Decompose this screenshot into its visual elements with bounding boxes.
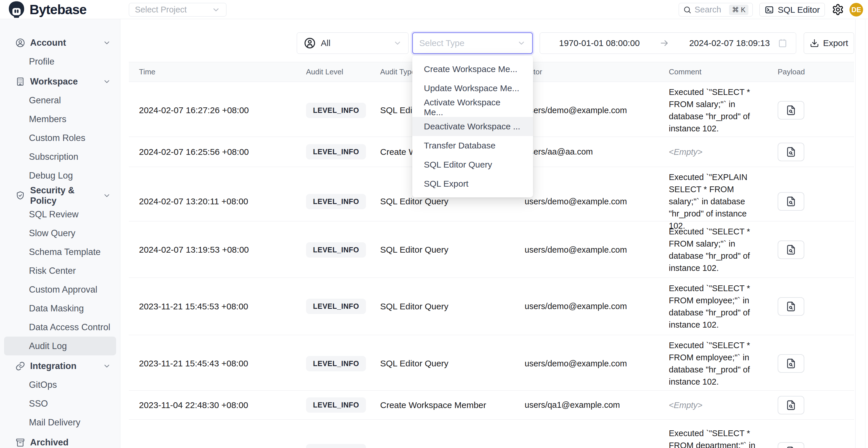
sidebar-item-security-policy[interactable]: Security & Policy xyxy=(4,186,116,205)
sidebar-item-label: Archived xyxy=(30,437,69,448)
sidebar-item-profile[interactable]: Profile xyxy=(4,52,116,71)
cell-time: 2024-02-07 16:27:26 +08:00 xyxy=(129,105,306,115)
table-row: 2024-02-07 13:19:53 +08:00 LEVEL_INFO SQ… xyxy=(129,221,854,278)
column-header-time: Time xyxy=(129,67,306,76)
chevron-down-icon xyxy=(103,39,111,47)
payload-view-button[interactable] xyxy=(778,297,804,316)
cell-comment: Executed `"SELECT * FROM salary;"` in da… xyxy=(669,221,765,278)
sidebar-item-members[interactable]: Members xyxy=(4,110,116,128)
audit-level-badge: LEVEL_INFO xyxy=(306,397,366,413)
cell-comment: <Empty> xyxy=(669,395,765,415)
sidebar-item-risk-center[interactable]: Risk Center xyxy=(4,261,116,280)
menu-item-sql-export[interactable]: SQL Export xyxy=(412,174,533,193)
search-input[interactable]: Search ⌘ K xyxy=(679,3,753,17)
sidebar-item-integration[interactable]: Integration xyxy=(4,357,116,375)
audit-level-badge: LEVEL_INFO xyxy=(306,194,366,209)
export-button[interactable]: Export xyxy=(804,32,854,54)
sidebar-item-label: Workspace xyxy=(30,76,78,87)
date-from-value[interactable]: 1970-01-01 08:00:00 xyxy=(559,38,640,48)
shield-check-icon xyxy=(15,190,26,201)
sidebar-item-data-masking[interactable]: Data Masking xyxy=(4,299,116,318)
audit-type-dropdown-menu: Create Workspace Me... Update Workspace … xyxy=(412,56,533,197)
menu-item-create-workspace-member[interactable]: Create Workspace Me... xyxy=(412,60,533,79)
scrollbar-track[interactable] xyxy=(865,19,865,448)
type-filter-placeholder: Select Type xyxy=(419,38,517,48)
cell-time: 2023-11-21 15:45:53 +08:00 xyxy=(129,301,306,311)
cell-time: 2024-02-07 13:19:53 +08:00 xyxy=(129,245,306,255)
chevron-down-icon xyxy=(103,77,111,86)
sidebar-item-data-access-control[interactable]: Data Access Control xyxy=(4,318,116,337)
payload-view-button[interactable] xyxy=(778,143,804,161)
sidebar-item-slow-query[interactable]: Slow Query xyxy=(4,224,116,243)
sidebar-nav: Account Profile Workspace General Member… xyxy=(0,19,120,448)
sidebar-item-schema-template[interactable]: Schema Template xyxy=(4,243,116,261)
export-label: Export xyxy=(823,38,848,48)
menu-item-sql-editor-query[interactable]: SQL Editor Query xyxy=(412,155,533,174)
main-content: All Select Type 1970-01-01 08:00:00 2024… xyxy=(120,19,868,448)
download-icon xyxy=(810,38,819,48)
menu-item-activate-workspace-member[interactable]: Activate Workspace Me... xyxy=(412,98,533,117)
actor-filter-select[interactable]: All xyxy=(297,32,408,54)
menu-item-transfer-database[interactable]: Transfer Database xyxy=(412,136,533,155)
sidebar-item-label: Account xyxy=(30,38,66,48)
date-range-picker[interactable]: 1970-01-01 08:00:00 2024-02-07 18:09:13 xyxy=(540,32,796,54)
chevron-down-icon xyxy=(212,5,220,14)
sidebar-item-account[interactable]: Account xyxy=(4,33,116,52)
cell-comment: Executed `"SELECT * FROM department;"` i… xyxy=(669,423,765,448)
payload-view-button[interactable] xyxy=(778,354,804,373)
sidebar-item-audit-log[interactable]: Audit Log xyxy=(4,337,116,355)
payload-view-button[interactable] xyxy=(778,241,804,259)
table-row: 2023-11-21 15:45:53 +08:00 LEVEL_INFO SQ… xyxy=(129,278,854,335)
actor-filter-value: All xyxy=(321,38,389,48)
type-filter-select[interactable]: Select Type xyxy=(412,32,533,54)
sidebar-item-custom-approval[interactable]: Custom Approval xyxy=(4,280,116,299)
cell-time: 2023-11-04 21:26:34 +08:00 xyxy=(129,447,306,448)
bytebase-logo-icon xyxy=(7,1,26,19)
sidebar-item-custom-roles[interactable]: Custom Roles xyxy=(4,128,116,147)
sidebar-item-gitops[interactable]: GitOps xyxy=(4,375,116,394)
sidebar-item-sql-review[interactable]: SQL Review xyxy=(4,205,116,224)
settings-gear-icon[interactable] xyxy=(832,3,844,16)
cell-actor: users/qa1@example.com xyxy=(525,400,669,410)
sql-editor-button[interactable]: SQL Editor xyxy=(760,3,825,17)
building-icon xyxy=(15,76,26,87)
column-header-actor: Actor xyxy=(525,67,669,76)
audit-level-badge: LEVEL_INFO xyxy=(306,356,366,371)
bytebase-logo[interactable]: Bytebase xyxy=(7,0,87,19)
cell-comment: Executed `"SELECT * FROM salary;"` in da… xyxy=(669,82,765,139)
sidebar-item-archived[interactable]: Archived xyxy=(4,433,116,448)
cell-comment: Executed `"SELECT * FROM employee;"` in … xyxy=(669,278,765,335)
archive-icon xyxy=(15,437,26,448)
cell-actor: users/demo@example.com xyxy=(525,197,669,206)
menu-item-update-workspace-member[interactable]: Update Workspace Me... xyxy=(412,79,533,98)
sidebar-item-mail-delivery[interactable]: Mail Delivery xyxy=(4,413,116,432)
menu-item-deactivate-workspace-member[interactable]: Deactivate Workspace ... xyxy=(412,117,533,136)
sidebar-item-subscription[interactable]: Subscription xyxy=(4,147,116,166)
chevron-down-icon xyxy=(517,39,526,47)
cell-actor: users/demo@example.com xyxy=(525,245,669,255)
user-avatar[interactable]: DE xyxy=(849,3,863,17)
cell-actor: users/demo@example.com xyxy=(525,447,669,448)
payload-view-button[interactable] xyxy=(778,192,804,211)
payload-view-button[interactable] xyxy=(778,442,804,448)
content-right-divider xyxy=(855,19,856,448)
cell-audit-type: SQL Editor Query xyxy=(380,196,525,206)
search-placeholder: Search xyxy=(694,5,726,14)
cell-time: 2024-02-07 13:20:11 +08:00 xyxy=(129,196,306,206)
sidebar-item-workspace[interactable]: Workspace xyxy=(4,72,116,91)
cell-audit-type: SQL Editor Query xyxy=(380,447,525,448)
cell-actor: users/demo@example.com xyxy=(525,359,669,369)
cell-audit-type: SQL Editor Query xyxy=(380,245,525,255)
payload-view-button[interactable] xyxy=(778,101,804,120)
sidebar-item-sso[interactable]: SSO xyxy=(4,394,116,413)
arrow-right-icon xyxy=(640,38,689,48)
cell-comment: <Empty> xyxy=(669,142,765,162)
date-to-value[interactable]: 2024-02-07 18:09:13 xyxy=(689,38,770,48)
sidebar-item-general[interactable]: General xyxy=(4,91,116,110)
payload-view-button[interactable] xyxy=(778,396,804,414)
audit-level-badge: LEVEL_INFO xyxy=(306,144,366,159)
cell-audit-type: SQL Editor Query xyxy=(380,359,525,369)
cell-time: 2023-11-04 22:48:30 +08:00 xyxy=(129,400,306,410)
sidebar-item-debug-log[interactable]: Debug Log xyxy=(4,166,116,185)
project-select[interactable]: Select Project xyxy=(129,3,226,17)
